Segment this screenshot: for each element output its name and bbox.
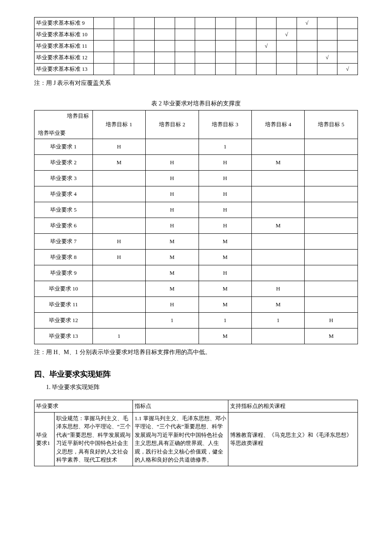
table2-cell: H — [92, 234, 145, 250]
table2-cell: M — [199, 250, 251, 265]
table2-cell — [305, 297, 358, 313]
table2-cell: M — [146, 281, 199, 297]
table1-cell — [256, 52, 277, 64]
table2-cell — [92, 218, 145, 234]
table2-cell — [305, 139, 358, 155]
table2-cell: M — [92, 155, 145, 171]
table1-cell — [317, 17, 337, 29]
table2-cell: H — [199, 202, 251, 218]
table2-cell — [305, 186, 358, 202]
table2-cell — [252, 171, 305, 186]
table1-cell — [297, 64, 317, 75]
table2-cell — [305, 155, 358, 171]
table1-cell — [134, 17, 155, 29]
table1-cell — [175, 64, 195, 75]
table1-cell — [94, 41, 114, 52]
table2-cell: H — [146, 202, 199, 218]
table1-cell — [175, 52, 195, 64]
table1-cell — [134, 64, 155, 75]
table1-cell — [236, 52, 256, 64]
table1-cell — [216, 29, 236, 41]
table3-row-indicator: 1.1 掌握马列主义、毛泽东思想、邓小平理论、“三个代表”重要思想、科学发展观与… — [133, 412, 228, 466]
table1-cell — [195, 64, 216, 75]
table1-cell — [175, 29, 195, 41]
table2-cell: M — [199, 328, 251, 344]
table2-cell: M — [252, 155, 305, 171]
table2-cell — [305, 250, 358, 265]
table1-cell — [175, 41, 195, 52]
table2-cell: H — [199, 186, 251, 202]
table1-cell — [277, 52, 297, 64]
table1-cell — [337, 41, 358, 52]
table2-cell — [305, 234, 358, 250]
table1-cell — [216, 41, 236, 52]
table2-cell — [252, 328, 305, 344]
table1-cell — [236, 17, 256, 29]
table1-cell — [195, 52, 216, 64]
table2-cell: M — [199, 234, 251, 250]
table1-cell — [277, 41, 297, 52]
table2-cell: H — [146, 186, 199, 202]
table1-cell — [337, 17, 358, 29]
table2-cell: H — [92, 139, 145, 155]
table1-cell — [256, 64, 277, 75]
table2-cell — [92, 202, 145, 218]
table1-row-label: 毕业要求基本标准 13 — [35, 64, 94, 75]
table2-cell — [92, 297, 145, 313]
table1-cell — [297, 29, 317, 41]
table3-row-label: 毕业要求1 — [35, 412, 55, 466]
table2-row-label: 毕业要求 13 — [35, 328, 93, 344]
table1-cell — [297, 52, 317, 64]
table2-cell — [252, 202, 305, 218]
table1-cell — [337, 52, 358, 64]
table2-cell — [305, 265, 358, 281]
corner-bottom-label: 培养毕业要 — [38, 129, 89, 137]
support-degree-table: 培养目标 培养毕业要 培养目标 1 培养目标 2 培养目标 3 培养目标 4 培… — [34, 110, 358, 344]
table3-row-courses: 博雅教育课程、《马克思主义》和《毛泽东思想》等思政类课程 — [228, 412, 358, 466]
table2-cell — [252, 139, 305, 155]
table2-cell — [146, 328, 199, 344]
table1-cell: √ — [337, 64, 358, 75]
table1-cell — [114, 64, 134, 75]
table2-cell — [92, 281, 145, 297]
table2-cell — [252, 250, 305, 265]
table2-cell: H — [146, 218, 199, 234]
table1-cell — [94, 17, 114, 29]
table2-cell — [146, 139, 199, 155]
table1-cell — [114, 52, 134, 64]
table3-header: 指标点 — [133, 400, 228, 413]
table2-cell — [305, 281, 358, 297]
table2-cell — [92, 186, 145, 202]
table1-cell: √ — [277, 29, 297, 41]
table2-cell: H — [146, 155, 199, 171]
table2-row-label: 毕业要求 5 — [35, 202, 93, 218]
table1-cell: √ — [317, 52, 337, 64]
table2-cell: 1 — [92, 328, 145, 344]
table2-cell: H — [92, 250, 145, 265]
table2-cell: 1 — [252, 313, 305, 328]
table2-cell: M — [199, 281, 251, 297]
table2-header: 培养目标 4 — [252, 110, 305, 139]
table2-cell — [92, 171, 145, 186]
table2-cell: M — [252, 297, 305, 313]
table1-cell — [134, 52, 155, 64]
table1-cell — [256, 29, 277, 41]
note-support: 注：用 H、M、1 分别表示毕业要求对培养目标支撑作用的高中低。 — [34, 349, 358, 356]
table1-cell — [155, 52, 175, 64]
table1-cell — [236, 41, 256, 52]
table2-row-label: 毕业要求 10 — [35, 281, 93, 297]
table2-row-label: 毕业要求 2 — [35, 155, 93, 171]
table1-row-label: 毕业要求基本标准 12 — [35, 52, 94, 64]
table1-cell — [337, 29, 358, 41]
table2-row-label: 毕业要求 9 — [35, 265, 93, 281]
table2-cell — [252, 186, 305, 202]
table2-row-label: 毕业要求 1 — [35, 139, 93, 155]
table2-cell — [305, 218, 358, 234]
coverage-table-fragment: 毕业要求基本标准 9√毕业要求基本标准 10√毕业要求基本标准 11√毕业要求基… — [34, 17, 358, 75]
table2-cell: M — [305, 328, 358, 344]
table2-header: 培养目标 3 — [199, 110, 251, 139]
table1-cell — [297, 41, 317, 52]
table1-cell — [114, 29, 134, 41]
table2-cell: H — [199, 265, 251, 281]
table3-row-desc: 职业规范：掌握马列主义、毛泽东思想、邓小平理论、“三个代表”重要思想、科学发展观… — [55, 412, 133, 466]
